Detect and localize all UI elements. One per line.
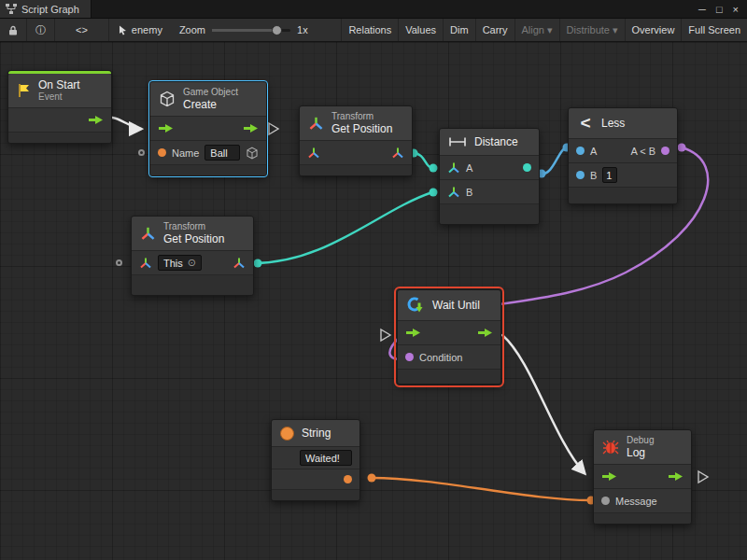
carry-label: Carry xyxy=(483,24,508,35)
node-header: < Less xyxy=(569,108,677,138)
flow-output-port[interactable] xyxy=(243,123,259,133)
relations-button[interactable]: Relations xyxy=(341,19,398,41)
node-debug-log[interactable]: Debug Log Message xyxy=(593,429,692,525)
condition-label: Condition xyxy=(419,352,462,363)
graph-canvas[interactable]: On Start Event Game Object Create xyxy=(0,42,747,560)
overview-button[interactable]: Overview xyxy=(625,19,682,41)
vector-input-port-b[interactable] xyxy=(447,186,460,199)
node-wait-until[interactable]: Wait Until Condition xyxy=(397,289,501,385)
less-output-port[interactable] xyxy=(661,147,669,155)
flow-output-port[interactable] xyxy=(88,115,104,125)
self-port-ring-getposition2[interactable] xyxy=(116,259,122,266)
toolbar-buttons: Relations Values Dim Carry Align▾ Distri… xyxy=(341,19,747,41)
message-label: Message xyxy=(615,496,657,507)
dim-label: Dim xyxy=(450,24,469,35)
self-port-ring-create[interactable] xyxy=(138,149,145,156)
node-on-start-event[interactable]: On Start Event xyxy=(7,70,112,144)
maximize-button[interactable]: □ xyxy=(716,4,723,15)
less-input-port-b[interactable] xyxy=(576,171,585,179)
output-label: A < B xyxy=(630,146,655,157)
node-category: Transform xyxy=(331,111,392,122)
distribute-button[interactable]: Distribute▾ xyxy=(559,19,625,41)
values-label: Values xyxy=(405,24,436,35)
target-dropdown[interactable]: This ⊙ xyxy=(158,255,202,271)
stub-create-out xyxy=(269,123,278,134)
code-view-button[interactable]: <> xyxy=(55,19,109,41)
node-get-position-2[interactable]: Transform Get Position This ⊙ xyxy=(131,216,254,296)
window-title: Script Graph xyxy=(21,4,79,15)
graph-toolbar: ⓘ <> enemy Zoom 1x Relations Values Dim … xyxy=(0,19,747,42)
wire-distance-less-a xyxy=(542,147,566,174)
flow-output-port[interactable] xyxy=(477,328,493,338)
stub-log-out xyxy=(698,471,708,483)
wait-clock-icon xyxy=(406,296,425,315)
input-b-label: B xyxy=(590,170,597,181)
pointer-icon xyxy=(119,25,127,35)
string-value-field[interactable] xyxy=(300,450,352,466)
node-header: Distance xyxy=(440,129,539,155)
node-distance[interactable]: Distance A B xyxy=(439,128,540,225)
position-output-port[interactable] xyxy=(233,257,246,270)
flow-output-port[interactable] xyxy=(668,471,684,482)
b-value-field[interactable] xyxy=(602,167,617,183)
node-title: Create xyxy=(183,98,238,111)
close-button[interactable]: × xyxy=(733,4,739,15)
node-header: Transform Get Position xyxy=(300,106,412,140)
node-category: Game Object xyxy=(183,87,238,98)
info-button[interactable]: ⓘ xyxy=(27,19,55,41)
relations-label: Relations xyxy=(348,24,391,35)
node-create-game-object[interactable]: Game Object Create Name xyxy=(149,81,267,176)
values-button[interactable]: Values xyxy=(398,19,443,41)
flow-input-port[interactable] xyxy=(158,123,174,133)
transform-input-port[interactable] xyxy=(307,147,320,160)
message-input-port[interactable] xyxy=(601,497,610,505)
string-output-port[interactable] xyxy=(344,475,352,483)
flow-input-port[interactable] xyxy=(601,471,617,482)
position-output-port[interactable] xyxy=(391,147,404,160)
node-footer xyxy=(8,132,111,143)
vector-input-port-a[interactable] xyxy=(447,161,460,175)
node-title: On Start xyxy=(38,78,80,91)
fullscreen-button[interactable]: Full Screen xyxy=(681,19,747,41)
game-object-output-port[interactable] xyxy=(246,147,259,160)
node-footer xyxy=(398,369,500,384)
ruler-icon xyxy=(448,136,467,147)
cube-icon xyxy=(159,91,176,107)
name-input-port[interactable] xyxy=(158,148,166,157)
minimize-button[interactable]: ─ xyxy=(698,4,706,15)
align-button[interactable]: Align▾ xyxy=(514,19,559,41)
node-footer xyxy=(569,187,677,203)
zoom-slider[interactable] xyxy=(212,29,290,32)
node-string-literal[interactable]: String xyxy=(271,419,360,501)
carry-button[interactable]: Carry xyxy=(475,19,514,41)
node-header: Wait Until xyxy=(398,290,500,320)
node-title: Less xyxy=(601,117,625,130)
node-less[interactable]: < Less A A < B B xyxy=(568,107,678,204)
window-controls: ─ □ × xyxy=(698,4,747,15)
script-graph-tab[interactable]: Script Graph xyxy=(0,0,92,18)
input-b-label: B xyxy=(466,187,472,198)
less-input-port-a[interactable] xyxy=(576,147,585,155)
distribute-label: Distribute xyxy=(567,24,610,35)
lock-button[interactable] xyxy=(0,19,27,41)
transform-input-port[interactable] xyxy=(139,257,152,270)
condition-input-port[interactable] xyxy=(405,353,414,361)
node-header: String xyxy=(272,420,359,446)
node-footer xyxy=(150,164,266,175)
transform-icon xyxy=(140,226,156,242)
dim-button[interactable]: Dim xyxy=(443,19,475,41)
stub-waituntil-in xyxy=(381,329,390,341)
info-icon: ⓘ xyxy=(35,23,46,37)
zoom-slider-handle[interactable] xyxy=(272,25,282,35)
distance-output-port[interactable] xyxy=(523,163,531,172)
zoom-value: 1x xyxy=(297,24,308,35)
node-get-position-1[interactable]: Transform Get Position xyxy=(299,105,413,176)
graph-name: enemy xyxy=(109,19,172,41)
name-field[interactable] xyxy=(204,145,240,161)
flow-input-port[interactable] xyxy=(405,328,421,338)
string-icon xyxy=(280,427,294,441)
wire-getposition2-distance-b xyxy=(254,192,432,263)
node-title: Distance xyxy=(474,135,518,148)
chevron-down-icon: ▾ xyxy=(613,24,618,36)
node-title: Log xyxy=(627,446,654,459)
